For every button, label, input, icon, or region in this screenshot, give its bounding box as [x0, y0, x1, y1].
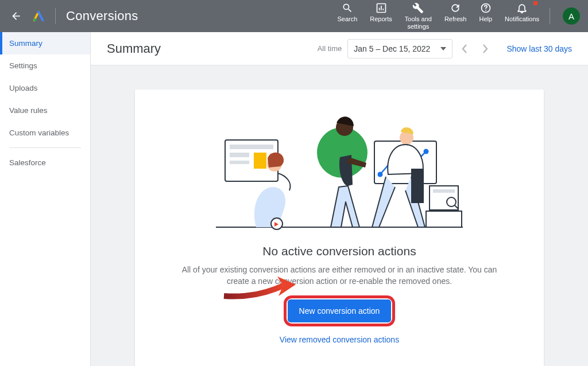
page-title: Summary	[107, 41, 161, 56]
content-area: No active conversion actions All of your…	[91, 65, 588, 366]
help-tool[interactable]: Help	[479, 2, 492, 23]
tools-label: Tools and settings	[405, 15, 432, 30]
main-area: Summary All time Jan 5 – Dec 15, 2022 Sh…	[91, 32, 588, 366]
notifications-label: Notifications	[505, 15, 539, 23]
notifications-tool[interactable]: Notifications	[505, 2, 539, 23]
google-ads-logo-icon	[32, 10, 45, 22]
svg-rect-22	[433, 189, 455, 193]
bell-icon	[516, 2, 528, 14]
show-last-30-days-link[interactable]: Show last 30 days	[506, 44, 572, 53]
refresh-tool[interactable]: Refresh	[444, 2, 467, 23]
cta-wrap: New conversion action	[288, 299, 392, 322]
sidebar-item-custom-variables[interactable]: Custom variables	[0, 122, 90, 144]
chevron-right-icon	[482, 44, 488, 53]
notification-dot-icon	[533, 1, 537, 5]
svg-rect-9	[230, 161, 249, 164]
page-header: Summary All time Jan 5 – Dec 15, 2022 Sh…	[91, 32, 588, 65]
search-icon	[342, 2, 353, 14]
sidebar-item-value-rules[interactable]: Value rules	[0, 99, 90, 122]
wrench-icon	[412, 2, 424, 14]
account-avatar[interactable]: A	[563, 7, 580, 25]
svg-rect-25	[426, 211, 462, 227]
svg-rect-7	[230, 153, 249, 157]
svg-point-0	[33, 18, 36, 21]
refresh-label: Refresh	[444, 15, 467, 23]
svg-rect-26	[411, 169, 424, 203]
sidebar-item-uploads[interactable]: Uploads	[0, 77, 90, 99]
svg-rect-6	[230, 145, 273, 149]
help-icon	[480, 2, 492, 14]
reports-tool[interactable]: Reports	[370, 2, 392, 23]
date-range-picker[interactable]: Jan 5 – Dec 15, 2022	[347, 39, 452, 59]
empty-state-subtitle: All of your existing conversion actions …	[179, 264, 500, 287]
range-label: All time	[318, 44, 342, 53]
sidebar: Summary Settings Uploads Value rules Cus…	[0, 32, 91, 366]
sidebar-item-salesforce[interactable]: Salesforce	[0, 151, 90, 174]
date-next-button[interactable]	[477, 40, 494, 57]
sidebar-separator	[9, 147, 81, 148]
header-divider	[55, 8, 56, 24]
svg-point-15	[378, 172, 383, 177]
search-tool[interactable]: Search	[337, 2, 357, 23]
reports-icon	[376, 2, 387, 14]
sidebar-item-summary[interactable]: Summary	[0, 32, 90, 54]
caret-down-icon	[440, 47, 446, 50]
header-tools: Search Reports Tools and settings Refres…	[337, 2, 539, 30]
search-label: Search	[337, 15, 357, 23]
app-header: Conversions Search Reports Tools and set…	[0, 0, 588, 32]
new-conversion-action-button[interactable]: New conversion action	[288, 299, 392, 322]
help-label: Help	[479, 15, 492, 23]
svg-point-18	[424, 149, 429, 154]
empty-state-title: No active conversion actions	[262, 244, 416, 258]
header-title: Conversions	[66, 9, 138, 24]
tools-settings-tool[interactable]: Tools and settings	[405, 2, 432, 30]
header-divider-right	[550, 8, 550, 24]
date-prev-button[interactable]	[456, 40, 473, 57]
view-removed-link[interactable]: View removed conversion actions	[280, 335, 399, 344]
sidebar-item-settings[interactable]: Settings	[0, 54, 90, 77]
chevron-left-icon	[462, 44, 467, 53]
svg-rect-8	[254, 153, 266, 169]
svg-point-3	[485, 10, 486, 11]
refresh-icon	[450, 2, 461, 14]
reports-label: Reports	[370, 15, 392, 23]
back-button[interactable]	[8, 8, 24, 24]
empty-state-card: No active conversion actions All of your…	[135, 89, 544, 366]
date-range-value: Jan 5 – Dec 15, 2022	[354, 44, 430, 53]
empty-state-illustration	[216, 100, 463, 233]
